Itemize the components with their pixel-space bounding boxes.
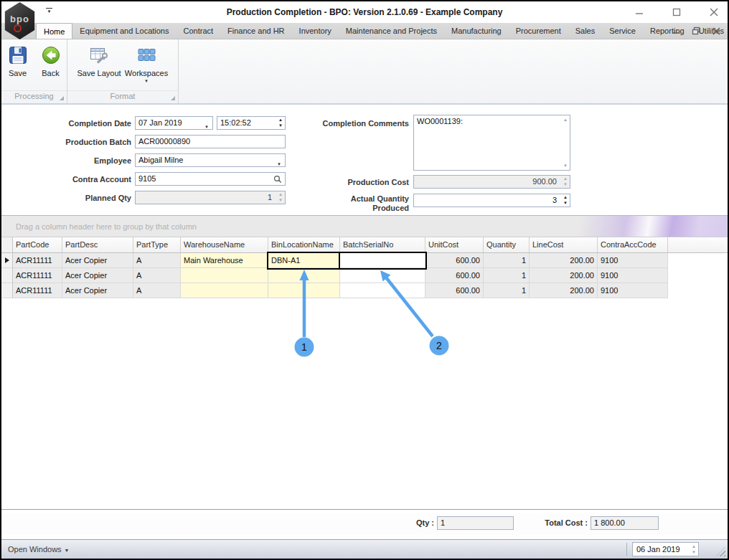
column-header-batchserialno[interactable]: BatchSerialNo <box>340 237 425 252</box>
window-minimize-button[interactable] <box>633 6 646 19</box>
save-button[interactable]: Save <box>2 42 34 77</box>
production-batch-field[interactable]: ACR00000890 <box>135 135 286 148</box>
total-cost-field: 1 800.00 <box>591 516 659 530</box>
scroll-down-icon[interactable]: ▼ <box>563 163 568 168</box>
cell-binlocationname[interactable] <box>268 268 340 283</box>
open-windows-dropdown[interactable]: Open Windows▼ <box>8 545 70 554</box>
cell-batchserialno[interactable] <box>340 268 425 283</box>
dialog-launcher-icon[interactable] <box>171 96 175 100</box>
completion-date-label: Completion Date <box>1 119 131 128</box>
close-icon <box>710 8 718 16</box>
cell-partdesc[interactable]: Acer Copier <box>62 268 133 283</box>
cell-partcode[interactable]: ACR11111 <box>13 283 62 298</box>
resize-grip[interactable] <box>716 547 725 556</box>
cell-parttype[interactable]: A <box>133 268 181 283</box>
cell-batchserialno[interactable] <box>340 253 425 268</box>
completion-comments-textarea[interactable]: WO0001139: ▲ ▼ <box>413 115 570 171</box>
tab-inventory[interactable]: Inventory <box>292 23 339 39</box>
chevron-down-icon: ▼ <box>277 158 281 167</box>
window-close-button[interactable] <box>707 6 720 19</box>
status-bar: Open Windows▼ 06 Jan 2019 ▲▼ <box>1 539 728 559</box>
column-header-partdesc[interactable]: PartDesc <box>62 237 133 252</box>
cell-warehousename[interactable]: Main Warehouse <box>181 253 268 268</box>
tab-manufacturing[interactable]: Manufacturing <box>444 23 509 39</box>
mdi-minimize-button[interactable] <box>670 25 682 37</box>
column-header-quantity[interactable]: Quantity <box>484 237 530 252</box>
actual-quantity-produced-field[interactable]: 3 ▲▼ <box>413 194 570 207</box>
contra-account-label: Contra Account <box>1 175 131 184</box>
column-header-linecost[interactable]: LineCost <box>530 237 598 252</box>
cell-unitcost[interactable]: 600.00 <box>425 253 484 268</box>
cell-partcode[interactable]: ACR11111 <box>13 268 62 283</box>
restore-icon <box>692 27 700 35</box>
tab-service[interactable]: Service <box>602 23 643 39</box>
column-header-parttype[interactable]: PartType <box>133 237 181 252</box>
employee-dropdown[interactable]: Abigail Milne ▼ <box>135 153 286 167</box>
cell-batchserialno[interactable] <box>340 283 425 298</box>
mdi-restore-button[interactable] <box>690 25 702 37</box>
cell-binlocationname[interactable]: DBN-A1 <box>268 253 340 268</box>
contra-account-field[interactable]: 9105 <box>135 172 286 186</box>
row-filler <box>668 268 728 283</box>
spinner-icon[interactable]: ▲▼ <box>692 544 696 555</box>
cell-binlocationname[interactable] <box>268 283 340 298</box>
column-header-unitcost[interactable]: UnitCost <box>425 237 484 252</box>
mdi-close-button[interactable] <box>710 25 722 37</box>
table-row: ACR11111Acer CopierAMain WarehouseDBN-A1… <box>1 253 728 268</box>
cell-partdesc[interactable]: Acer Copier <box>62 283 133 298</box>
cell-contraacccode[interactable]: 9100 <box>598 268 668 283</box>
cell-partdesc[interactable]: Acer Copier <box>62 253 133 268</box>
ribbon-group-processing: Save Back Processing <box>1 39 67 103</box>
back-arrow-icon <box>40 44 62 66</box>
window-maximize-button[interactable] <box>670 6 683 19</box>
completion-time-field[interactable]: 15:02:52 ▲▼ <box>217 116 286 130</box>
tab-sales[interactable]: Sales <box>568 23 603 39</box>
save-layout-button[interactable]: Save Layout <box>76 42 122 83</box>
workspaces-button[interactable]: Workspaces ▼ <box>123 42 169 83</box>
logo-red-ring <box>14 24 22 32</box>
current-row-arrow-icon <box>5 257 9 263</box>
tab-procurement[interactable]: Procurement <box>509 23 568 39</box>
dialog-launcher-icon[interactable] <box>60 96 64 100</box>
column-header-partcode[interactable]: PartCode <box>13 237 62 252</box>
column-header-warehousename[interactable]: WarehouseName <box>181 237 268 252</box>
cell-warehousename[interactable] <box>181 268 268 283</box>
cell-unitcost[interactable]: 600.00 <box>425 268 484 283</box>
search-icon[interactable] <box>273 175 282 186</box>
cell-linecost[interactable]: 200.00 <box>530 283 598 298</box>
cell-quantity[interactable]: 1 <box>484 283 530 298</box>
cell-parttype[interactable]: A <box>133 283 181 298</box>
cell-partcode[interactable]: ACR11111 <box>13 253 62 268</box>
spinner-icon[interactable]: ▲▼ <box>563 195 568 206</box>
back-button[interactable]: Back <box>35 42 67 77</box>
scroll-up-icon[interactable]: ▲ <box>563 118 568 122</box>
cell-warehousename[interactable] <box>181 283 268 298</box>
cell-quantity[interactable]: 1 <box>484 268 530 283</box>
spinner-icon[interactable]: ▲▼ <box>278 118 283 128</box>
column-header-contraacccode[interactable]: ContraAccCode <box>598 237 668 252</box>
completion-date-field[interactable]: 07 Jan 2019 ▼ <box>135 116 213 130</box>
chevron-down-icon: ▼ <box>65 548 70 553</box>
ribbon-group-caption: Format <box>67 90 178 102</box>
tab-maintenance-and-projects[interactable]: Maintenance and Projects <box>339 23 444 39</box>
cell-parttype[interactable]: A <box>133 253 181 268</box>
cell-contraacccode[interactable]: 9100 <box>598 283 668 298</box>
tab-finance-and-hr[interactable]: Finance and HR <box>220 23 292 39</box>
cell-contraacccode[interactable]: 9100 <box>598 253 668 268</box>
row-indicator-header <box>1 237 13 252</box>
statusbar-date-field[interactable]: 06 Jan 2019 ▲▼ <box>632 542 699 556</box>
grid-group-by-panel[interactable]: Drag a column header here to group by th… <box>1 216 728 237</box>
cell-unitcost[interactable]: 600.00 <box>425 283 484 298</box>
row-indicator <box>1 283 13 298</box>
save-floppy-icon <box>7 44 29 66</box>
chevron-down-icon: ▼ <box>144 79 149 83</box>
column-header-binlocationname[interactable]: BinLocationName <box>268 237 340 252</box>
tab-contract[interactable]: Contract <box>177 23 221 39</box>
cell-linecost[interactable]: 200.00 <box>530 268 598 283</box>
tab-home[interactable]: Home <box>36 23 72 39</box>
parts-grid: Drag a column header here to group by th… <box>1 215 728 510</box>
tab-equipment-and-locations[interactable]: Equipment and Locations <box>72 23 176 39</box>
cell-quantity[interactable]: 1 <box>484 253 530 268</box>
cell-linecost[interactable]: 200.00 <box>530 253 598 268</box>
qty-total-field: 1 <box>437 516 514 530</box>
